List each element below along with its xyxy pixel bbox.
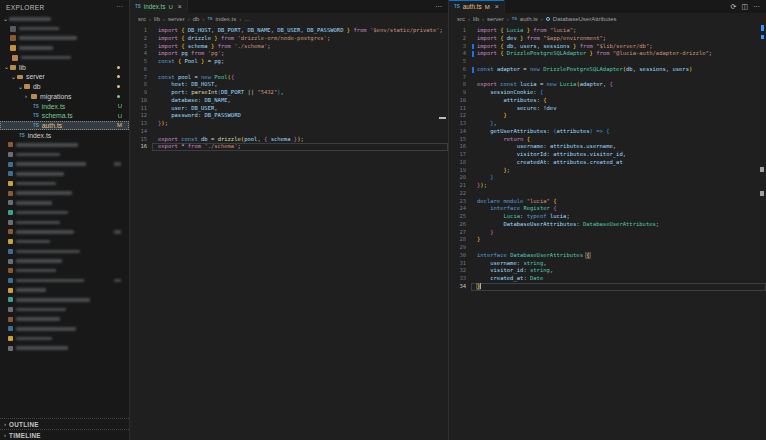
token: DrizzlePostgreSQLAdapter — [543, 66, 622, 72]
token: } — [211, 35, 221, 41]
tree-item-redacted[interactable] — [0, 159, 129, 169]
tree-item-redacted[interactable] — [0, 285, 129, 295]
tree-item-redacted[interactable] — [0, 169, 129, 179]
more-actions-icon[interactable]: ⋯ — [116, 3, 123, 11]
token: attributes — [553, 151, 586, 157]
breadcrumb-item[interactable]: lib — [473, 16, 479, 22]
breadcrumb-item[interactable]: src — [457, 16, 465, 22]
breadcrumb-item[interactable]: server — [168, 16, 185, 22]
tab-bar: TS index.ts U × ⋯ — [130, 0, 448, 13]
breadcrumb-item[interactable]: server — [487, 16, 504, 22]
token: { — [500, 35, 507, 41]
breadcrumb[interactable]: src›lib›server›TSauth.ts›DatabaseUserAtt… — [449, 13, 766, 24]
line-text: Lucia: typeof lucia; — [477, 213, 766, 221]
timeline-section-header[interactable]: › TIMELINE — [0, 429, 129, 440]
tree-item-redacted[interactable] — [0, 150, 129, 160]
code-line: 3import { db, users, sessions } from "$l… — [449, 43, 766, 51]
tree-item-index.ts[interactable]: TSindex.tsU — [0, 101, 129, 111]
file-icon — [8, 317, 13, 322]
redacted-label — [16, 240, 50, 244]
code-line: 19 }; — [449, 167, 766, 175]
breadcrumb-item[interactable]: db — [193, 16, 200, 22]
breadcrumb-item[interactable]: index.ts — [216, 16, 237, 22]
token: DB_PORT — [218, 27, 241, 33]
outline-section-header[interactable]: › OUTLINE — [0, 418, 129, 429]
open-changes-icon[interactable]: ⟳ — [731, 3, 737, 10]
tree-item-redacted[interactable] — [0, 188, 129, 198]
tree-item-migrations[interactable]: ›migrations — [0, 92, 129, 102]
tree-item-redacted[interactable] — [0, 208, 129, 218]
tree-item-redacted[interactable] — [0, 217, 129, 227]
token: import — [158, 27, 181, 33]
code-line: 7const pool = new Pool({ — [130, 74, 448, 82]
tab-index-ts[interactable]: TS index.ts U × — [130, 0, 188, 13]
tree-item-redacted[interactable] — [0, 295, 129, 305]
tree-item-schema.ts[interactable]: TSschema.tsU — [0, 111, 129, 121]
line-text: }, — [477, 120, 766, 128]
breadcrumb[interactable]: src›lib›server›db›TSindex.ts›… — [130, 13, 448, 24]
tree-item-auth.ts[interactable]: TSauth.tsM — [0, 121, 129, 131]
tree-item-redacted[interactable] — [0, 53, 129, 63]
tree-item-redacted[interactable] — [0, 266, 129, 276]
tree-item-redacted[interactable] — [0, 237, 129, 247]
file-tree[interactable]: ⌄⌄lib⌄server⌄db›migrationsTSindex.tsUTSs… — [0, 14, 129, 418]
line-number: 30 — [449, 252, 471, 260]
line-content: import { Lucia } from "lucia"; — [471, 27, 766, 35]
breadcrumb-item[interactable]: auth.ts — [520, 16, 538, 22]
tree-item-redacted[interactable] — [0, 33, 129, 43]
overview-ruler-scrollbar[interactable] — [757, 24, 766, 440]
editor-area: TS index.ts U × ⋯ src›lib›server›db›TSin… — [130, 0, 766, 440]
token: DatabaseUserAttributes — [504, 221, 577, 227]
line-text: } — [477, 236, 766, 244]
more-icon[interactable]: ⋯ — [435, 3, 442, 10]
tree-item-index.ts[interactable]: TSindex.ts — [0, 130, 129, 140]
tree-item-redacted[interactable] — [0, 198, 129, 208]
file-icon — [8, 191, 13, 196]
tree-item-server[interactable]: ⌄server — [0, 72, 129, 82]
code-line: 5 — [449, 58, 766, 66]
line-content: const { Pool } = pg; — [152, 58, 448, 66]
redacted-label — [19, 36, 77, 40]
tree-item-redacted[interactable] — [0, 227, 129, 237]
tree-item-redacted[interactable] — [0, 24, 129, 34]
typescript-file-icon: TS — [33, 123, 39, 128]
tree-item-redacted[interactable] — [0, 276, 129, 286]
breadcrumb-item[interactable]: lib — [154, 16, 160, 22]
line-number: 16 — [130, 143, 152, 151]
tree-item-redacted[interactable] — [0, 343, 129, 353]
code-editor[interactable]: 1import { DB_HOST, DB_PORT, DB_NAME, DB_… — [130, 24, 448, 440]
tree-item-redacted[interactable] — [0, 305, 129, 315]
line-number: 24 — [449, 205, 471, 213]
tree-item-lib[interactable]: ⌄lib — [0, 62, 129, 72]
code-editor[interactable]: 1import { Lucia } from "lucia";2import {… — [449, 24, 766, 440]
line-content: import { drizzle } from 'drizzle-orm/nod… — [152, 35, 448, 43]
token: } — [504, 112, 507, 118]
line-content — [471, 74, 766, 82]
close-icon[interactable]: × — [495, 3, 499, 10]
split-editor-icon[interactable]: ◫ — [741, 3, 748, 10]
tree-item-redacted[interactable] — [0, 140, 129, 150]
tree-item-redacted[interactable] — [0, 247, 129, 257]
breadcrumb-item[interactable]: DatabaseUserAttributes — [553, 16, 617, 22]
overview-ruler-scrollbar[interactable] — [439, 24, 448, 440]
breadcrumb-item[interactable]: src — [138, 16, 146, 22]
tree-item-db[interactable]: ⌄db — [0, 82, 129, 92]
token: , — [281, 89, 284, 95]
tree-root-folder[interactable]: ⌄ — [0, 14, 129, 24]
tree-item-redacted[interactable] — [0, 43, 129, 53]
line-content: }, — [471, 120, 766, 128]
token: { — [264, 136, 271, 142]
tree-item-redacted[interactable] — [0, 179, 129, 189]
tree-item-redacted[interactable] — [0, 324, 129, 334]
breadcrumb-item[interactable]: … — [244, 16, 250, 22]
tree-item-redacted[interactable] — [0, 256, 129, 266]
tree-item-redacted[interactable] — [0, 314, 129, 324]
code-line: 29 — [449, 244, 766, 252]
folder-name: db — [33, 83, 41, 90]
file-icon — [8, 239, 13, 244]
tree-item-redacted[interactable] — [0, 334, 129, 344]
close-icon[interactable]: × — [178, 3, 182, 10]
tab-auth-ts[interactable]: TS auth.ts M × — [449, 0, 505, 13]
more-icon[interactable]: ⋯ — [753, 3, 760, 10]
file-icon — [8, 200, 13, 205]
